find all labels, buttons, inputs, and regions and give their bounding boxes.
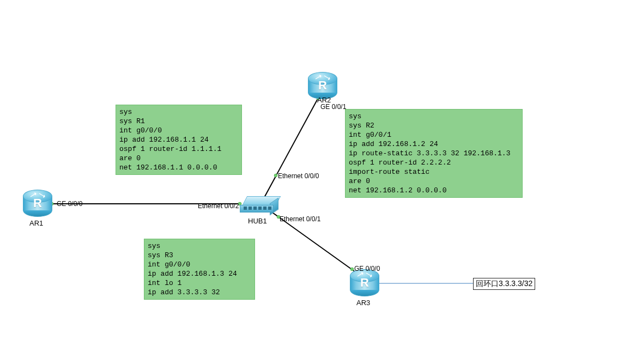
port-label-ar3-ge000: GE 0/0/0 [354,265,380,272]
router-ar3[interactable]: R [350,269,379,299]
device-label-ar1: AR1 [29,219,43,227]
port-label-hub-e001: Ethernet 0/0/1 [280,215,320,223]
device-label-ar3: AR3 [356,299,370,307]
hub-hub1[interactable] [244,196,278,215]
config-box-r1: sys sys R1 int g0/0/0 ip add 192.168.1.1… [116,105,242,175]
port-dot [274,174,277,177]
port-label-ar1-ge000: GE 0/0/0 [57,200,82,208]
port-label-hub-e000: Ethernet 0/0/0 [278,172,319,180]
port-label-hub-e002: Ethernet 0/0/2 [198,202,239,210]
config-box-r2: sys sys R2 int g0/0/1 ip add 192.168.1.2… [345,109,523,198]
link-ar2-hub [264,95,320,198]
router-icon: R [23,196,52,210]
router-icon: R [350,276,379,290]
device-label-hub1: HUB1 [248,217,267,225]
router-icon: R [308,78,337,93]
port-label-ar2-ge001: GE 0/0/1 [320,103,346,111]
router-ar1[interactable]: R [23,190,52,219]
loopback-label: 回环口3.3.3.3/32 [473,278,535,290]
config-box-r3: sys sys R3 int g0/0/0 ip add 192.168.1.3… [144,239,255,300]
topology-links [0,0,618,364]
